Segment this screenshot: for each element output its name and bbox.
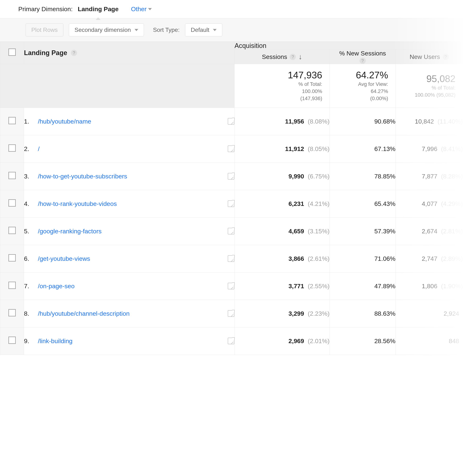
landing-page-link[interactable]: /google-ranking-factors (38, 227, 223, 235)
sessions-cell: 2,969(2.01%) (234, 327, 330, 355)
sessions-cell: 11,912(8.05%) (234, 135, 330, 162)
table-row: 3./how-to-get-youtube-subscribers9,990(6… (0, 162, 463, 190)
help-icon[interactable]: ? (290, 54, 296, 60)
row-checkbox[interactable] (9, 199, 16, 207)
external-link-icon[interactable] (228, 283, 234, 289)
landing-page-link[interactable]: /get-youtube-views (38, 255, 223, 263)
primary-dimension-value[interactable]: Landing Page (78, 6, 119, 13)
pct-new-sessions-cell: 88.63% (330, 300, 396, 327)
sessions-header[interactable]: Sessions ? ↓ (234, 50, 330, 64)
new-users-cell: 7,996(8.41%) (396, 135, 463, 162)
row-checkbox[interactable] (9, 336, 16, 344)
pct-new-sessions-cell: 90.68% (330, 108, 396, 135)
table-toolbar: Plot Rows Secondary dimension Sort Type:… (0, 18, 463, 42)
primary-dimension-other[interactable]: Other (131, 6, 152, 13)
summary-pct-new: 64.27% Avg for View: 64.27% (0.00%) (330, 64, 396, 108)
pct-new-sessions-cell: 71.06% (330, 245, 396, 272)
external-link-icon[interactable] (228, 310, 234, 317)
new-users-cell: 4,077(4.29%) (396, 190, 463, 217)
landing-page-header[interactable]: Landing Page ? (24, 42, 234, 64)
summary-row: 147,936 % of Total: 100.00% (147,936) 64… (0, 64, 463, 108)
row-checkbox[interactable] (9, 227, 16, 234)
bottom-fade-overlay (0, 403, 463, 476)
summary-new-users: 95,082 % of Total: 100.00% (95,082) (396, 64, 463, 108)
row-index: 9. (24, 337, 33, 344)
landing-page-link[interactable]: /on-page-seo (38, 282, 223, 290)
row-checkbox[interactable] (9, 117, 16, 124)
table-row: 4./how-to-rank-youtube-videos6,231(4.21%… (0, 190, 463, 217)
primary-dimension-label: Primary Dimension: (18, 6, 73, 13)
select-all-header (0, 42, 24, 64)
landing-page-link[interactable]: /hub/youtube/channel-description (38, 309, 223, 317)
sort-descending-icon: ↓ (298, 53, 302, 61)
new-users-cell: 2,924 (396, 300, 463, 327)
external-link-icon[interactable] (228, 338, 234, 344)
select-all-checkbox[interactable] (9, 48, 16, 56)
summary-sessions: 147,936 % of Total: 100.00% (147,936) (234, 64, 330, 108)
row-index: 6. (24, 255, 33, 262)
table-row: 1./hub/youtube/name11,956(8.08%)90.68%10… (0, 108, 463, 135)
sort-type-label: Sort Type: (153, 26, 180, 33)
other-label: Other (131, 6, 147, 13)
row-checkbox[interactable] (9, 254, 16, 262)
landing-page-link[interactable]: / (38, 145, 223, 153)
secondary-dimension-dropdown[interactable]: Secondary dimension (69, 23, 144, 36)
sessions-cell: 6,231(4.21%) (234, 190, 330, 217)
pct-new-sessions-cell: 57.39% (330, 217, 396, 245)
table-row: 7./on-page-seo3,771(2.55%)47.89%1,806(1.… (0, 272, 463, 300)
sessions-cell: 9,990(6.75%) (234, 162, 330, 190)
table-row: 9./link-building2,969(2.01%)28.56%848 (0, 327, 463, 355)
row-checkbox[interactable] (9, 172, 16, 179)
pct-new-sessions-cell: 65.43% (330, 190, 396, 217)
row-checkbox[interactable] (9, 282, 16, 289)
sort-type-dropdown[interactable]: Default (185, 23, 222, 36)
external-link-icon[interactable] (228, 173, 234, 179)
row-index: 2. (24, 145, 33, 152)
landing-page-link[interactable]: /link-building (38, 337, 223, 345)
pct-new-sessions-cell: 78.85% (330, 162, 396, 190)
external-link-icon[interactable] (228, 228, 234, 234)
row-index: 7. (24, 282, 33, 290)
help-icon[interactable]: ? (443, 54, 449, 60)
chevron-down-icon (148, 8, 152, 10)
new-users-cell: 7,877(8.28%) (396, 162, 463, 190)
row-index: 3. (24, 173, 33, 180)
pct-new-sessions-header[interactable]: % New Sessions ? (330, 50, 396, 64)
pct-new-sessions-cell: 47.89% (330, 272, 396, 300)
sessions-cell: 11,956(8.08%) (234, 108, 330, 135)
landing-page-link[interactable]: /how-to-rank-youtube-videos (38, 200, 223, 208)
pct-new-sessions-cell: 28.56% (330, 327, 396, 355)
table-row: 2./11,912(8.05%)67.13%7,996(8.41%) (0, 135, 463, 162)
help-icon[interactable]: ? (360, 58, 366, 64)
pct-new-sessions-cell: 67.13% (330, 135, 396, 162)
row-index: 8. (24, 310, 33, 317)
table-row: 5./google-ranking-factors4,659(3.15%)57.… (0, 217, 463, 245)
plot-rows-button[interactable]: Plot Rows (26, 23, 63, 36)
external-link-icon[interactable] (228, 255, 234, 262)
external-link-icon[interactable] (228, 200, 234, 207)
landing-page-link[interactable]: /how-to-get-youtube-subscribers (38, 172, 223, 180)
sessions-cell: 3,866(2.61%) (234, 245, 330, 272)
new-users-cell: 10,842(11.40%) (396, 108, 463, 135)
chevron-down-icon (134, 29, 138, 31)
row-checkbox[interactable] (9, 144, 16, 152)
row-index: 5. (24, 228, 33, 235)
landing-page-link[interactable]: /hub/youtube/name (38, 117, 223, 125)
landing-page-table: Landing Page ? Acquisition Sessions ? ↓ … (0, 42, 463, 355)
external-link-icon[interactable] (228, 118, 234, 125)
row-index: 4. (24, 200, 33, 207)
row-index: 1. (24, 118, 33, 125)
new-users-cell: 848 (396, 327, 463, 355)
table-row: 6./get-youtube-views3,866(2.61%)71.06%2,… (0, 245, 463, 272)
primary-dimension-bar: Primary Dimension: Landing Page Other (0, 0, 463, 18)
table-row: 8./hub/youtube/channel-description3,299(… (0, 300, 463, 327)
external-link-icon[interactable] (228, 145, 234, 152)
new-users-header[interactable]: New Users ? (396, 50, 463, 64)
sessions-cell: 4,659(3.15%) (234, 217, 330, 245)
acquisition-header-group: Acquisition (234, 42, 463, 50)
help-icon[interactable]: ? (71, 50, 77, 56)
new-users-cell: 1,806(1.90%) (396, 272, 463, 300)
chevron-down-icon (213, 29, 217, 31)
sessions-cell: 3,771(2.55%) (234, 272, 330, 300)
row-checkbox[interactable] (9, 309, 16, 317)
